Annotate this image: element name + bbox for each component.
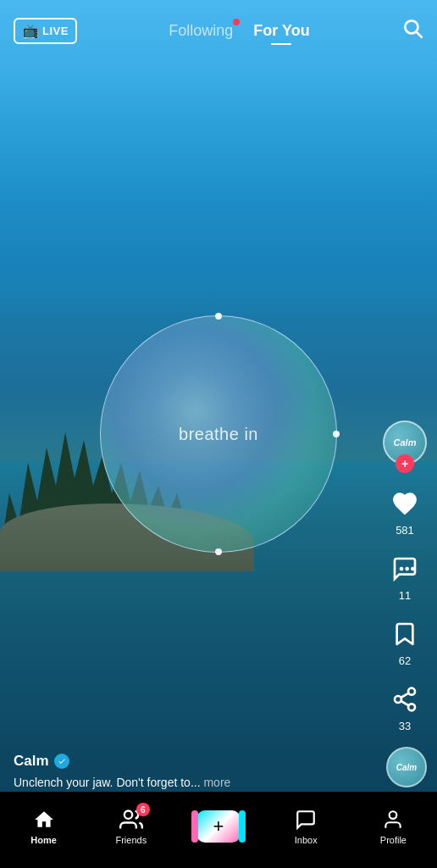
creator-info: Calm Unclench your jaw. Don't forget to.… [14, 753, 369, 792]
nav-home[interactable]: Home [0, 808, 87, 845]
search-button[interactable] [401, 17, 423, 44]
svg-point-2 [400, 567, 403, 570]
live-badge[interactable]: 📺 LIVE [14, 18, 77, 44]
follow-button[interactable]: + [396, 454, 414, 473]
bottom-navigation: Home 6 Friends + Inbox [0, 792, 437, 868]
following-notification-dot [233, 19, 240, 25]
more-link[interactable]: more [203, 776, 230, 789]
like-count: 581 [396, 524, 414, 537]
music-avatar[interactable]: Calm [386, 747, 427, 787]
profile-label: Profile [380, 835, 407, 845]
creator-name-row: Calm [14, 753, 369, 770]
tab-following[interactable]: Following [169, 22, 233, 40]
comment-button[interactable] [386, 550, 423, 587]
plus-icon: + [213, 815, 224, 837]
svg-point-10 [124, 811, 132, 819]
top-navigation: 📺 LIVE Following For You [0, 0, 437, 61]
bookmark-button[interactable] [386, 615, 423, 653]
friends-icon-container: 6 [119, 808, 143, 832]
breathe-text: breathe in [179, 425, 258, 444]
svg-line-1 [417, 32, 422, 37]
breathe-circle-container[interactable]: breathe in [100, 315, 337, 553]
like-button[interactable] [386, 485, 423, 522]
music-avatar-text: Calm [396, 763, 417, 772]
tab-for-you[interactable]: For You [253, 22, 309, 40]
bookmark-action: 62 [386, 615, 423, 667]
creator-name-text: Calm [14, 753, 49, 770]
share-button[interactable] [386, 681, 423, 718]
live-label: LIVE [42, 25, 69, 37]
comment-count: 11 [399, 589, 411, 602]
verified-badge [54, 754, 69, 769]
share-count: 33 [399, 720, 411, 732]
home-label: Home [30, 835, 57, 845]
avatar-text: Calm [394, 437, 417, 448]
circle-dot-bottom [215, 548, 222, 555]
breathe-circle: breathe in [100, 315, 337, 553]
nav-inbox[interactable]: Inbox [263, 808, 350, 845]
friends-label: Friends [115, 835, 147, 845]
creator-avatar-container: Calm + [383, 420, 427, 465]
add-button[interactable]: + [196, 810, 241, 843]
svg-point-11 [390, 811, 397, 819]
like-action: 581 [386, 485, 423, 537]
bookmark-count: 62 [399, 654, 411, 667]
home-icon [32, 808, 56, 832]
profile-icon [381, 808, 405, 832]
svg-line-9 [401, 693, 408, 698]
inbox-icon [294, 808, 318, 832]
svg-line-8 [401, 701, 408, 705]
svg-point-3 [406, 567, 409, 570]
nav-add[interactable]: + [174, 810, 262, 843]
right-actions-sidebar: Calm + 581 11 62 [383, 420, 427, 732]
circle-dot-top [215, 313, 222, 320]
comment-action: 11 [386, 550, 423, 602]
nav-friends[interactable]: 6 Friends [87, 808, 174, 845]
caption: Unclench your jaw. Don't forget to... mo… [14, 775, 369, 792]
inbox-label: Inbox [295, 835, 318, 845]
feed-tabs: Following For You [169, 22, 309, 40]
share-action: 33 [386, 681, 423, 732]
friends-badge-count: 6 [136, 803, 150, 816]
circle-dot-right [333, 431, 340, 437]
nav-profile[interactable]: Profile [350, 808, 437, 845]
live-tv-icon: 📺 [22, 23, 39, 39]
